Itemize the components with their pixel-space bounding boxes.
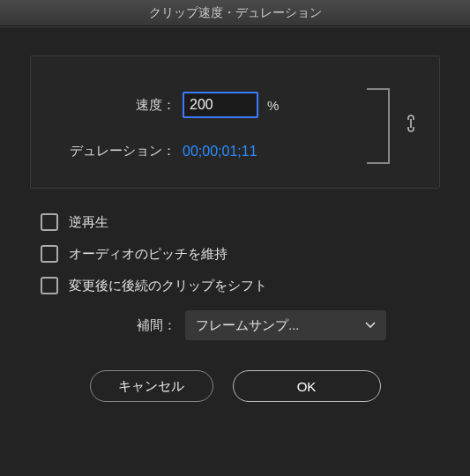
title-bar: クリップ速度・デュレーション [0,0,470,26]
speed-row: 速度： % [50,92,420,118]
reverse-checkbox[interactable]: 逆再生 [41,213,440,231]
checkbox-box [41,245,58,263]
dialog-body: 速度： % デュレーション： 00;00;01;11 逆再生 オーディオのピッチ… [0,26,470,476]
reverse-label: 逆再生 [69,214,108,231]
checkbox-box [41,213,58,231]
chevron-down-icon [365,319,376,331]
interpolation-dropdown[interactable]: フレームサンプ... [185,310,386,340]
speed-input[interactable] [183,92,258,118]
checkbox-box [41,277,58,294]
link-bracket [367,88,390,164]
duration-label: デュレーション： [50,143,183,160]
speed-duration-panel: 速度： % デュレーション： 00;00;01;11 [30,56,440,189]
pitch-label: オーディオのピッチを維持 [69,246,228,263]
pitch-checkbox[interactable]: オーディオのピッチを維持 [41,245,440,263]
interpolation-row: 補間： フレームサンプ... [30,310,440,340]
shift-checkbox[interactable]: 変更後に後続のクリップをシフト [41,277,440,294]
ok-button[interactable]: OK [233,370,381,402]
shift-label: 変更後に後続のクリップをシフト [69,278,267,294]
duration-value[interactable]: 00;00;01;11 [183,144,257,160]
button-row: キャンセル OK [30,370,440,402]
checkbox-group: 逆再生 オーディオのピッチを維持 変更後に後続のクリップをシフト [30,213,440,294]
link-icon[interactable] [404,115,418,137]
interpolation-label: 補間： [41,317,185,334]
speed-label: 速度： [50,97,183,114]
cancel-button[interactable]: キャンセル [90,370,213,402]
duration-row: デュレーション： 00;00;01;11 [50,143,420,160]
dialog-title: クリップ速度・デュレーション [149,5,322,21]
interpolation-value: フレームサンプ... [196,317,300,334]
percent-label: % [267,98,279,113]
